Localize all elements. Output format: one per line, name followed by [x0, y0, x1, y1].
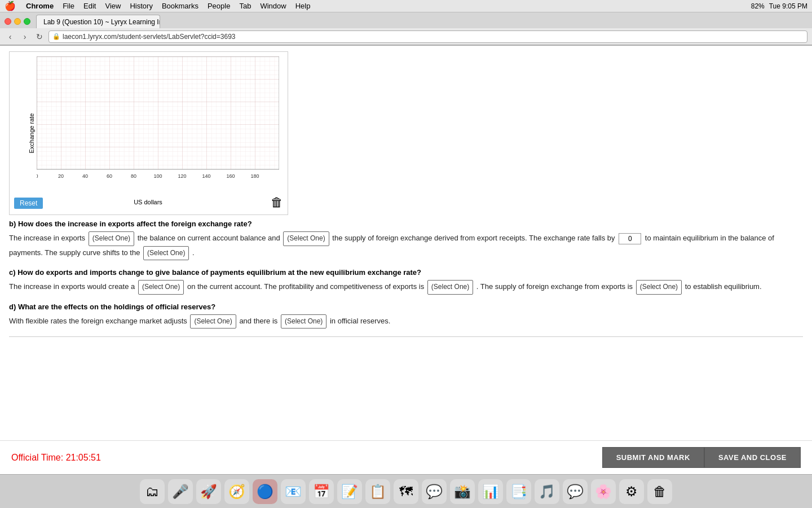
- svg-text:140: 140: [202, 173, 210, 179]
- qb-text2: the balance on current account balance a…: [138, 234, 280, 242]
- dock-siri[interactable]: 🎤: [168, 479, 193, 504]
- svg-text:60: 60: [107, 173, 112, 179]
- qd-text1: With flexible rates the foreign exchange…: [9, 317, 187, 325]
- refresh-button[interactable]: ↻: [34, 31, 45, 42]
- dock-reminders[interactable]: 📋: [365, 479, 390, 504]
- submit-button[interactable]: SUBMIT AND MARK: [602, 447, 704, 468]
- menu-history[interactable]: History: [130, 2, 152, 10]
- y-axis-label: Exchange rate: [28, 113, 35, 154]
- svg-text:80: 80: [131, 173, 136, 179]
- qd-text3: in official reserves.: [330, 317, 390, 325]
- question-d: d) What are the effects on the holdings …: [9, 303, 803, 329]
- lock-icon: 🔒: [52, 33, 60, 40]
- qb-select3[interactable]: (Select One): [143, 246, 189, 261]
- menu-tab[interactable]: Tab: [239, 2, 251, 10]
- dock-wechat[interactable]: 💬: [563, 479, 588, 504]
- dock-screenshot[interactable]: 📸: [450, 479, 475, 504]
- svg-text:100: 100: [153, 173, 162, 179]
- qd-select2[interactable]: (Select One): [281, 314, 326, 329]
- time-label: Official Time:: [11, 453, 63, 462]
- qd-select1[interactable]: (Select One): [190, 314, 236, 329]
- svg-text:120: 120: [178, 173, 186, 179]
- question-c: c) How do exports and imports change to …: [9, 268, 803, 295]
- question-d-label: d) What are the effects on the holdings …: [9, 303, 803, 311]
- menubar-right: 82% Tue 9:05 PM: [751, 2, 807, 10]
- menu-people[interactable]: People: [208, 2, 230, 10]
- svg-rect-1: [37, 56, 279, 169]
- qc-text2: on the current account. The profitabilit…: [187, 282, 424, 291]
- menu-help[interactable]: Help: [295, 2, 311, 10]
- dock-notes[interactable]: 📝: [337, 479, 362, 504]
- tab-title: Lab 9 (Question 10) ~ Lyryx Learning Inc: [43, 18, 160, 26]
- qd-text2: and there is: [239, 317, 277, 325]
- traffic-light-fullscreen[interactable]: [24, 18, 30, 25]
- question-c-label: c) How do exports and imports change to …: [9, 268, 803, 277]
- battery-status: 82%: [751, 2, 765, 10]
- dock-finder[interactable]: 🗂: [140, 479, 165, 504]
- svg-text:40: 40: [82, 173, 88, 179]
- graph-trash-icon[interactable]: 🗑: [271, 195, 283, 210]
- dock-preferences[interactable]: ⚙: [619, 479, 644, 504]
- svg-text:160: 160: [226, 173, 235, 179]
- browser-chrome: Lab 9 (Question 10) ~ Lyryx Learning Inc…: [0, 12, 812, 46]
- footer: Official Time: 21:05:51 SUBMIT AND MARK …: [0, 440, 812, 474]
- dock-launchpad[interactable]: 🚀: [196, 479, 221, 504]
- dock-itunes[interactable]: 🎵: [535, 479, 559, 504]
- question-b: b) How does the increase in exports affe…: [9, 220, 803, 260]
- qb-input[interactable]: [619, 233, 641, 244]
- question-d-text: With flexible rates the foreign exchange…: [9, 314, 803, 329]
- qc-text3: . The supply of foreign exchange from ex…: [476, 282, 633, 291]
- svg-text:180: 180: [250, 173, 259, 179]
- svg-text:20: 20: [58, 173, 64, 179]
- qb-end: .: [192, 248, 195, 257]
- qc-text4: to establish equilibrium.: [685, 282, 762, 291]
- qc-text1: The increase in exports would create a: [9, 282, 135, 291]
- dock-keynote[interactable]: 📑: [506, 479, 531, 504]
- browser-tab[interactable]: Lab 9 (Question 10) ~ Lyryx Learning Inc: [36, 15, 160, 28]
- qb-text1: The increase in exports: [9, 234, 85, 242]
- qb-select2[interactable]: (Select One): [283, 231, 329, 246]
- graph-svg[interactable]: 1.5 1 0.5 0 0 20 40 60 80 100 120 140 16…: [37, 56, 279, 192]
- forward-button[interactable]: ›: [19, 31, 30, 42]
- traffic-light-minimize[interactable]: [14, 18, 21, 25]
- menu-edit[interactable]: Edit: [83, 2, 96, 10]
- qc-select1[interactable]: (Select One): [138, 280, 184, 295]
- traffic-light-close[interactable]: [5, 18, 11, 25]
- url-bar[interactable]: 🔒 laecon1.lyryx.com/student-servlets/Lab…: [48, 30, 807, 43]
- time-value: 21:05:51: [66, 453, 101, 462]
- dock-chrome[interactable]: 🔵: [253, 479, 277, 504]
- question-c-text: The increase in exports would create a (…: [9, 280, 803, 295]
- apple-menu[interactable]: 🍎: [5, 1, 16, 11]
- menu-file[interactable]: File: [63, 2, 74, 10]
- svg-text:0: 0: [37, 173, 38, 179]
- menubar: 🍎 Chrome File Edit View History Bookmark…: [0, 0, 812, 12]
- menu-view[interactable]: View: [105, 2, 121, 10]
- dock-calendar[interactable]: 📅: [309, 479, 334, 504]
- dock: 🗂 🎤 🚀 🧭 🔵 📧 📅 📝 📋 🗺 💬 📸 📊 📑 🎵 💬 🌸 ⚙ 🗑: [0, 474, 812, 508]
- address-bar: ‹ › ↻ 🔒 laecon1.lyryx.com/student-servle…: [0, 28, 812, 45]
- clock: Tue 9:05 PM: [769, 2, 807, 10]
- menu-chrome[interactable]: Chrome: [26, 2, 54, 10]
- graph-reset-button[interactable]: Reset: [14, 198, 43, 209]
- dock-maps[interactable]: 🗺: [394, 479, 418, 504]
- dock-safari[interactable]: 🧭: [224, 479, 249, 504]
- official-time: Official Time: 21:05:51: [11, 453, 602, 463]
- dock-mail[interactable]: 📧: [281, 479, 306, 504]
- qc-select2[interactable]: (Select One): [427, 280, 473, 295]
- question-b-label: b) How does the increase in exports affe…: [9, 220, 803, 228]
- back-button[interactable]: ‹: [5, 31, 16, 42]
- dock-numbers[interactable]: 📊: [478, 479, 503, 504]
- menu-window[interactable]: Window: [260, 2, 286, 10]
- qb-text3: the supply of foreign exchange derived f…: [332, 234, 615, 242]
- dock-photos[interactable]: 🌸: [591, 479, 616, 504]
- qb-select1[interactable]: (Select One): [89, 231, 134, 246]
- dock-trash[interactable]: 🗑: [647, 479, 672, 504]
- question-b-text: The increase in exports (Select One) the…: [9, 231, 803, 260]
- save-close-button[interactable]: SAVE AND CLOSE: [704, 447, 801, 468]
- menu-bookmarks[interactable]: Bookmarks: [162, 2, 198, 10]
- dock-talk[interactable]: 💬: [422, 479, 447, 504]
- graph-area: Exchange rate 1.5 1: [9, 51, 288, 215]
- qc-select3[interactable]: (Select One): [636, 280, 682, 295]
- section-divider: [9, 336, 803, 337]
- x-axis-label: US dollars: [37, 199, 259, 205]
